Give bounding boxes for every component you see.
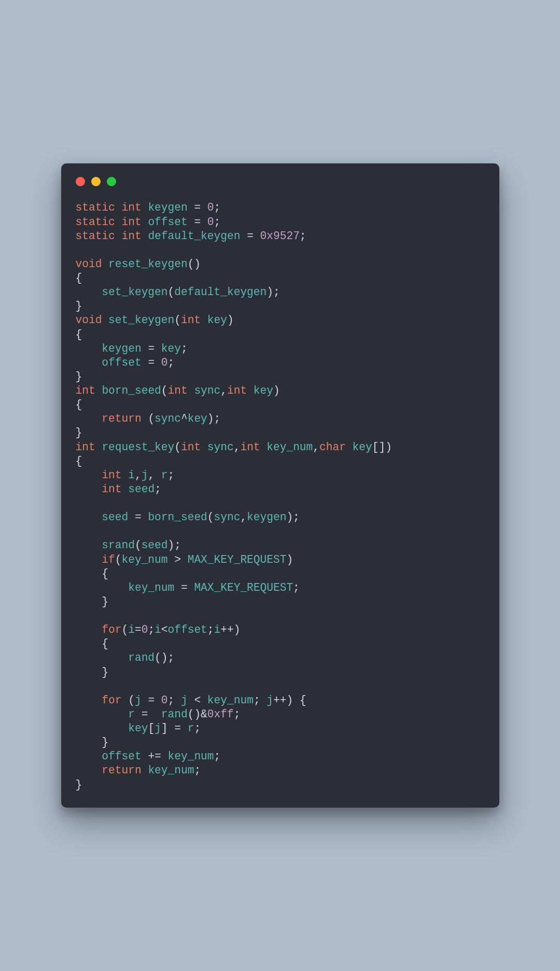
minimize-icon[interactable] [91,177,101,186]
number-zero: 0 [207,201,214,214]
number-0xff: 0xff [207,708,234,720]
identifier-offset: offset [148,216,187,228]
keyword-static: static [76,201,115,214]
code-block: static int keygen = 0; static int offset… [76,201,485,792]
close-icon[interactable] [76,177,85,186]
function-born-seed: born_seed [102,384,161,397]
identifier-max-key-request: MAX_KEY_REQUEST [188,553,287,566]
function-set-keygen: set_keygen [108,314,174,326]
keyword-int: int [122,201,142,214]
identifier-default-keygen: default_keygen [148,230,240,242]
code-window: static int keygen = 0; static int offset… [61,163,499,807]
zoom-icon[interactable] [107,177,116,186]
function-reset-keygen: reset_keygen [108,258,188,270]
number-hex9527: 0x9527 [260,230,300,242]
traffic-lights [76,177,485,186]
function-request-key: request_key [102,441,174,453]
identifier-keygen: keygen [148,201,187,214]
